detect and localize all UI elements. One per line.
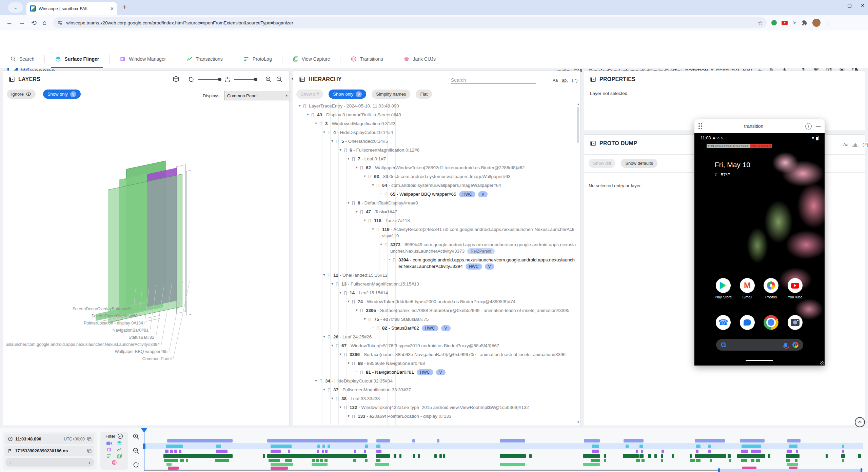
transactions-track-segment[interactable]	[672, 454, 674, 458]
view-capture-track-segment[interactable]	[312, 463, 328, 466]
scroll-down-icon[interactable]: ▼	[577, 420, 580, 424]
protolog-track-segment[interactable]	[376, 459, 381, 462]
match-case-icon[interactable]: Aa	[843, 142, 848, 147]
transactions-track-segment[interactable]	[163, 454, 233, 458]
hierarchy-node[interactable]: ▼∏75 - ed70f88 StatusBar#75	[294, 315, 580, 324]
timeline-zoom-in-icon[interactable]	[133, 433, 140, 440]
pin-icon[interactable]: ∏	[368, 173, 374, 180]
prev-entry-icon[interactable]: ‹	[9, 459, 11, 465]
window-manager-track-segment[interactable]	[288, 450, 290, 453]
surface-flinger-track-segment[interactable]	[216, 445, 221, 448]
window-manager-track-segment[interactable]	[592, 450, 599, 453]
timeline-reset-zoom-icon[interactable]	[133, 461, 139, 468]
youtube-extension-icon[interactable]	[782, 21, 788, 25]
nanoseconds-field[interactable]: 1715339028890230166 ns	[5, 446, 94, 456]
expand-arrow-icon[interactable]: ▼	[361, 316, 368, 322]
surface-flinger-track-segment[interactable]	[639, 445, 643, 448]
tab-transitions[interactable]: Transitions	[340, 50, 393, 68]
transactions-track-segment[interactable]	[500, 454, 526, 458]
protolog-track-segment[interactable]	[316, 459, 319, 462]
pin-icon[interactable]: ∏	[336, 395, 341, 402]
protolog-track-segment[interactable]	[164, 459, 178, 462]
expand-arrow-icon[interactable]: ▼	[321, 387, 328, 393]
protolog-track-segment[interactable]	[180, 459, 184, 462]
expand-arrow-icon[interactable]: ▼	[345, 298, 352, 305]
hierarchy-node[interactable]: ▼∏3395 - Surface(name=ed70f88 StatusBar)…	[294, 306, 580, 315]
app-photos[interactable]: Photos	[760, 278, 782, 299]
hierarchy-node[interactable]: ▼∏34 - HideDisplayCutout:32:35#34	[294, 377, 580, 386]
protolog-track-segment[interactable]	[661, 459, 663, 462]
expand-arrow-icon[interactable]: ▼	[353, 209, 360, 215]
layer-label[interactable]: Wallpaper BBQ wrapper#65	[3, 349, 167, 355]
protolog-track-segment[interactable]	[741, 459, 747, 462]
app-phone[interactable]: ☎	[712, 315, 734, 330]
expand-arrow-icon[interactable]: ▼	[370, 182, 376, 189]
layer-label[interactable]: ScreenDecorOverlayBottom#61	[3, 307, 132, 312]
pin-icon[interactable]: ∏	[336, 342, 341, 349]
hierarchy-node[interactable]: ▼∏37 - FullscreenMagnification:33:33#37	[294, 386, 580, 394]
window-manager-track-segment[interactable]	[696, 450, 698, 453]
hierarchy-node[interactable]: ▼∏133 - e20a69f PointerLocation - displa…	[294, 412, 580, 421]
protolog-track-segment[interactable]	[786, 459, 790, 462]
hierarchy-node[interactable]: ▼∏47 - Task=1#47	[294, 208, 580, 216]
view-capture-track-segment[interactable]	[583, 463, 600, 466]
back-icon[interactable]: ←	[6, 19, 13, 26]
window-manager-track-segment[interactable]	[376, 450, 381, 453]
surface-flinger-track-segment[interactable]	[626, 445, 628, 448]
expand-arrow-icon[interactable]: ▼	[361, 217, 368, 224]
zoom-range-handle[interactable]	[861, 468, 862, 472]
window-manager-track-segment[interactable]	[271, 450, 281, 453]
resize-handle[interactable]	[820, 361, 824, 365]
regex-icon[interactable]: (.*)	[572, 78, 578, 83]
hierarchy-node[interactable]: •∏3394 - com.google.android.apps.nexusla…	[294, 256, 580, 271]
window-minimize-icon[interactable]: —	[834, 3, 839, 8]
window-manager-track-segment[interactable]	[354, 450, 356, 453]
pin-icon[interactable]: ∏	[376, 325, 382, 331]
surface-flinger-track-segment[interactable]	[322, 445, 325, 448]
transitions-track-segment[interactable]	[584, 439, 600, 442]
window-manager-track-segment[interactable]	[179, 450, 181, 453]
mic-icon[interactable]	[784, 343, 787, 347]
transition-window[interactable]: transition i — 11:03 ▣ ◇ ▷ ♥ P:0/1 dX:0.…	[694, 119, 825, 366]
pin-icon[interactable]: ∏	[303, 103, 309, 109]
hierarchy-node[interactable]: ▼∏64 - com.android.systemui.wallpapers.I…	[294, 181, 580, 190]
view-capture-icon[interactable]	[117, 453, 122, 459]
transactions-track-segment[interactable]	[826, 454, 828, 458]
protolog-track-segment[interactable]	[285, 459, 292, 462]
transactions-track-segment[interactable]	[786, 454, 800, 458]
app-camera[interactable]	[784, 315, 806, 330]
hierarchy-node[interactable]: ▼∏3373 - 6989b49 com.google.android.apps…	[294, 240, 580, 256]
expand-arrow-icon[interactable]: ▼	[337, 147, 344, 153]
hierarchy-node[interactable]: ▼∏26 - Leaf:24:25#26	[294, 333, 580, 341]
browser-tab[interactable]: Winscope | sandbox-FAIl ✕	[26, 2, 117, 15]
layer-label[interactable]: ScreenDecorOverlay#60	[3, 314, 138, 319]
pin-icon[interactable]: ∏	[352, 200, 358, 206]
show-defaults-chip[interactable]: Show defaults	[621, 159, 657, 168]
surface-flinger-track-segment[interactable]	[166, 445, 183, 448]
timeline-canvas[interactable]	[144, 428, 863, 472]
window-maximize-icon[interactable]: ▢	[847, 3, 852, 8]
protolog-track-segment[interactable]	[320, 459, 323, 462]
transactions-track-segment[interactable]	[443, 454, 445, 458]
transitions-track-segment[interactable]	[267, 439, 368, 442]
expand-arrow-icon[interactable]: ▼	[329, 138, 336, 144]
protolog-track-segment[interactable]	[642, 459, 644, 462]
expand-arrow-icon[interactable]: ▼	[321, 129, 328, 136]
pin-icon[interactable]: ∏	[360, 369, 366, 375]
pin-icon[interactable]: ∏	[344, 404, 350, 411]
window-manager-track-segment[interactable]	[641, 450, 643, 453]
show-only-chip[interactable]: Show onlyV	[43, 90, 81, 99]
home-icon[interactable]: ⌂	[43, 19, 46, 26]
pin-icon[interactable]: ∏	[376, 182, 382, 189]
collapse-icon[interactable]	[117, 433, 123, 439]
surface-flinger-track-segment[interactable]	[376, 445, 381, 448]
hierarchy-node[interactable]: ▼∏13 - FullscreenMagnification:15:15#13	[294, 280, 580, 289]
hierarchy-node[interactable]: ▼∏8 - DefaultTaskDisplayArea#8	[294, 199, 580, 208]
tab-jank-cujs[interactable]: Jank CUJs	[393, 50, 446, 68]
hierarchy-node[interactable]: ▼∏7 - Leaf:0:1#7	[294, 155, 580, 163]
view-capture-track-segment[interactable]	[375, 463, 389, 466]
layer-rect-outline[interactable]	[146, 315, 160, 322]
pin-icon[interactable]: ∏	[384, 241, 390, 248]
pin-icon[interactable]: ∏	[328, 387, 333, 393]
protolog-track-segment[interactable]	[324, 459, 327, 462]
